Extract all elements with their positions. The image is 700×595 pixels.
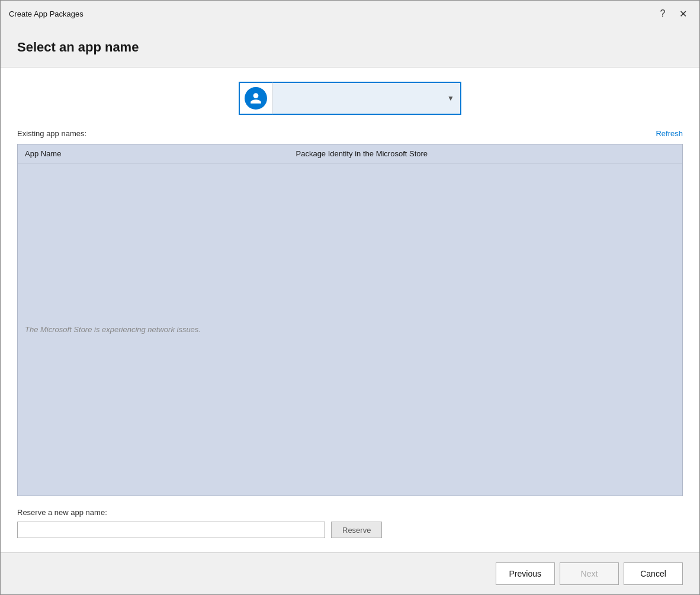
cancel-button[interactable]: Cancel: [624, 562, 683, 585]
dialog-window: Create App Packages ? ✕ Select an app na…: [0, 0, 700, 595]
refresh-button[interactable]: Refresh: [656, 129, 683, 138]
close-button[interactable]: ✕: [675, 7, 691, 21]
account-row: ▼: [17, 82, 683, 115]
account-icon-box: [239, 82, 272, 115]
previous-button[interactable]: Previous: [496, 562, 555, 585]
dialog-title: Create App Packages: [9, 9, 84, 18]
col-header-app-name: App Name: [25, 149, 296, 158]
footer: Previous Next Cancel: [1, 552, 699, 594]
title-bar: Create App Packages ? ✕: [1, 1, 699, 25]
reserve-button[interactable]: Reserve: [331, 522, 382, 538]
page-title: Select an app name: [17, 40, 683, 55]
account-icon: [245, 87, 267, 110]
title-bar-controls: ? ✕: [654, 7, 691, 21]
reserve-app-name-input[interactable]: [17, 522, 325, 538]
section-header: Existing app names: Refresh: [17, 129, 683, 138]
main-content: ▼ Existing app names: Refresh App Name P…: [1, 67, 699, 552]
account-dropdown[interactable]: ▼: [272, 82, 461, 115]
network-error-message: The Microsoft Store is experiencing netw…: [25, 325, 201, 334]
reserve-section: Reserve a new app name: Reserve: [17, 508, 683, 538]
existing-apps-label: Existing app names:: [17, 129, 86, 138]
help-button[interactable]: ?: [654, 7, 671, 21]
table-header: App Name Package Identity in the Microso…: [18, 144, 682, 163]
page-header: Select an app name: [1, 25, 699, 67]
reserve-label: Reserve a new app name:: [17, 508, 683, 517]
col-header-package-identity: Package Identity in the Microsoft Store: [296, 149, 676, 158]
reserve-row: Reserve: [17, 522, 683, 538]
app-name-table: App Name Package Identity in the Microso…: [17, 144, 683, 496]
next-button[interactable]: Next: [560, 562, 619, 585]
table-body: The Microsoft Store is experiencing netw…: [18, 163, 682, 496]
chevron-down-icon: ▼: [447, 94, 454, 102]
